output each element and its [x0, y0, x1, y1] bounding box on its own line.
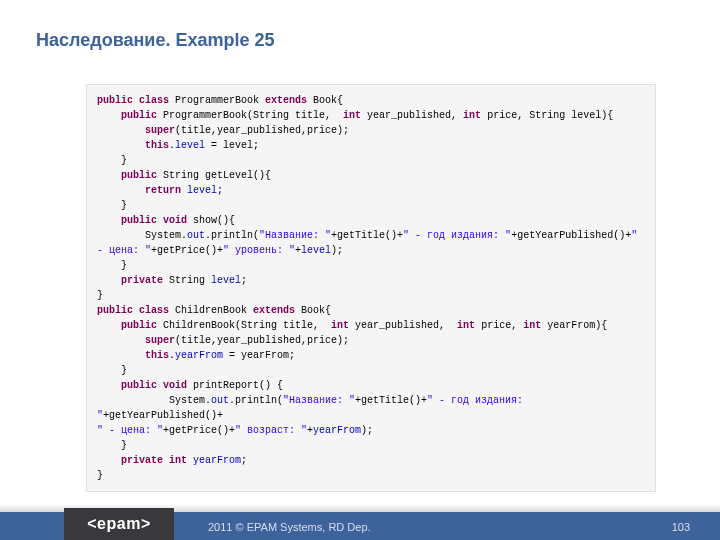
code-token: String getLevel(){: [157, 170, 271, 181]
code-token: " - год издания: ": [403, 230, 511, 241]
code-token: public: [121, 215, 157, 226]
code-token: [97, 215, 121, 226]
code-token: = level;: [205, 140, 259, 151]
code-token: }: [97, 470, 103, 481]
code-token: [97, 380, 121, 391]
code-token: +getPrice()+: [151, 245, 223, 256]
code-token: year_published,: [349, 320, 457, 331]
code-token: Book{: [307, 95, 343, 106]
code-token: );: [331, 245, 343, 256]
code-token: ;: [241, 275, 247, 286]
code-token: out: [187, 230, 205, 241]
code-token: int: [457, 320, 475, 331]
code-token: level: [175, 140, 205, 151]
code-token: extends: [265, 95, 307, 106]
code-token: }: [97, 155, 127, 166]
code-token: public: [121, 380, 157, 391]
code-token: yearFrom: [175, 350, 223, 361]
code-token: ProgrammerBook(String title,: [157, 110, 343, 121]
code-token: printReport() {: [187, 380, 283, 391]
code-token: int: [169, 455, 187, 466]
code-token: System.: [97, 230, 187, 241]
code-token: level: [211, 275, 241, 286]
code-token: [97, 170, 121, 181]
code-token: ChildrenBook: [169, 305, 253, 316]
code-token: public: [97, 305, 133, 316]
code-token: +getYearPublished()+: [103, 410, 223, 421]
code-token: private: [121, 455, 163, 466]
code-token: int: [331, 320, 349, 331]
code-token: [97, 140, 145, 151]
code-token: );: [361, 425, 373, 436]
code-token: " уровень: ": [223, 245, 295, 256]
code-token: " - цена: ": [97, 425, 163, 436]
code-token: yearFrom: [313, 425, 361, 436]
slide-title: Наследование. Example 25: [36, 30, 275, 51]
code-token: = yearFrom;: [223, 350, 295, 361]
code-token: "Название: ": [283, 395, 355, 406]
code-token: public: [97, 95, 133, 106]
code-token: }: [97, 290, 103, 301]
code-token: [97, 335, 145, 346]
code-token: [97, 275, 121, 286]
code-token: out: [211, 395, 229, 406]
code-token: }: [97, 365, 127, 376]
epam-logo: <epam>: [64, 508, 174, 540]
code-token: [97, 125, 145, 136]
code-token: +getTitle()+: [331, 230, 403, 241]
code-token: private: [121, 275, 163, 286]
code-token: }: [97, 200, 127, 211]
code-token: price,: [475, 320, 523, 331]
code-token: +getYearPublished()+: [511, 230, 631, 241]
code-token: public: [121, 110, 157, 121]
code-token: int: [343, 110, 361, 121]
code-token: [97, 320, 121, 331]
code-token: [97, 110, 121, 121]
code-token: }: [97, 440, 127, 451]
code-token: System.: [97, 395, 211, 406]
code-token: +getTitle()+: [355, 395, 427, 406]
code-token: price, String level){: [481, 110, 613, 121]
code-token: return: [145, 185, 181, 196]
code-token: yearFrom){: [541, 320, 607, 331]
code-token: show(){: [187, 215, 235, 226]
code-token: (title,year_published,price);: [175, 125, 349, 136]
code-token: }: [97, 260, 127, 271]
code-token: level: [187, 185, 217, 196]
code-token: year_published,: [361, 110, 463, 121]
code-token: "Название: ": [259, 230, 331, 241]
code-token: ;: [217, 185, 223, 196]
code-token: this: [145, 350, 169, 361]
code-token: (title,year_published,price);: [175, 335, 349, 346]
code-token: [97, 185, 145, 196]
code-block: public class ProgrammerBook extends Book…: [86, 84, 656, 492]
code-token: yearFrom: [193, 455, 241, 466]
code-token: .println(: [229, 395, 283, 406]
code-token: ;: [241, 455, 247, 466]
code-token: this: [145, 140, 169, 151]
code-token: .println(: [205, 230, 259, 241]
code-token: " возраст: ": [235, 425, 307, 436]
code-token: ProgrammerBook: [169, 95, 265, 106]
code-token: [97, 350, 145, 361]
code-token: class: [139, 305, 169, 316]
code-token: Book{: [295, 305, 331, 316]
page-number: 103: [672, 521, 690, 533]
code-token: [97, 455, 121, 466]
code-token: String: [163, 275, 211, 286]
code-token: super: [145, 335, 175, 346]
copyright-text: 2011 © EPAM Systems, RD Dep.: [208, 521, 371, 533]
code-token: public: [121, 320, 157, 331]
code-token: extends: [253, 305, 295, 316]
code-token: int: [463, 110, 481, 121]
code-token: +getPrice()+: [163, 425, 235, 436]
code-token: int: [523, 320, 541, 331]
code-token: void: [163, 215, 187, 226]
code-token: void: [163, 380, 187, 391]
code-token: public: [121, 170, 157, 181]
code-token: ChildrenBook(String title,: [157, 320, 331, 331]
code-token: super: [145, 125, 175, 136]
code-token: class: [139, 95, 169, 106]
code-token: level: [301, 245, 331, 256]
